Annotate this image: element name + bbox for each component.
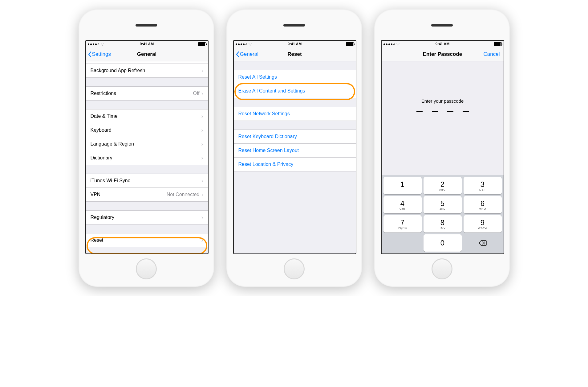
key-letters: TUV — [439, 226, 446, 229]
key-digit: 8 — [440, 218, 444, 227]
key-blank — [383, 234, 422, 252]
chevron-right-icon: › — [201, 155, 203, 161]
phone-general: 9:41 AM Settings General Storage & iClou… — [79, 9, 214, 287]
status-bar: 9:41 AM — [234, 41, 356, 47]
row-vpn[interactable]: VPNNot Connected› — [86, 188, 208, 201]
home-button[interactable] — [284, 258, 305, 279]
nav-bar: Settings General — [86, 47, 208, 61]
key-digit: 0 — [440, 239, 444, 247]
status-time: 9:41 AM — [288, 42, 302, 46]
back-button-general[interactable]: General — [236, 51, 258, 57]
passcode-dash — [432, 111, 438, 112]
row-language-region[interactable]: Language & Region› — [86, 137, 208, 151]
passcode-input — [416, 111, 469, 112]
key-letters: MNO — [479, 207, 486, 210]
row-restrictions[interactable]: Restrictions Off› — [86, 87, 208, 100]
row-label: Reset Keyboard Dictionary — [238, 134, 297, 139]
key-3[interactable]: 3DEF — [464, 177, 502, 194]
row-datetime[interactable]: Date & Time› — [86, 109, 208, 123]
row-dictionary[interactable]: Dictionary› — [86, 151, 208, 165]
key-letters: GHI — [399, 207, 405, 210]
row-reset-all[interactable]: Reset All Settings — [234, 70, 356, 84]
key-letters: WXYZ — [478, 226, 487, 229]
battery-icon — [346, 42, 354, 46]
reset-content: Reset All Settings Erase All Content and… — [234, 61, 356, 253]
row-bg-refresh[interactable]: Background App Refresh › — [86, 64, 208, 77]
back-label: General — [240, 51, 258, 57]
nav-bar: General Reset — [234, 47, 356, 61]
key-6[interactable]: 6MNO — [464, 196, 502, 213]
key-digit: 6 — [481, 199, 485, 208]
row-reset-keyboard[interactable]: Reset Keyboard Dictionary — [234, 130, 356, 144]
nav-title-general: General — [137, 51, 156, 57]
chevron-left-icon — [236, 51, 239, 57]
key-0[interactable]: 0 — [424, 234, 462, 252]
row-label: Keyboard — [91, 127, 112, 133]
screen-reset: 9:41 AM General Reset Reset All Settings… — [233, 40, 356, 254]
home-button[interactable] — [432, 258, 452, 279]
key-5[interactable]: 5JKL — [424, 196, 462, 213]
wifi-icon — [100, 43, 104, 46]
row-reset-network[interactable]: Reset Network Settings — [234, 107, 356, 121]
back-button-settings[interactable]: Settings — [88, 51, 111, 57]
chevron-right-icon: › — [201, 90, 203, 97]
row-reset-home[interactable]: Reset Home Screen Layout — [234, 144, 356, 158]
backspace-icon — [478, 240, 487, 246]
status-bar: 9:41 AM — [86, 41, 208, 47]
row-label: Reset Network Settings — [238, 111, 290, 117]
row-label: Reset All Settings — [238, 74, 277, 80]
status-time: 9:41 AM — [140, 42, 154, 46]
key-8[interactable]: 8TUV — [424, 215, 462, 233]
nav-title-reset: Reset — [287, 51, 302, 57]
row-label: Regulatory — [91, 215, 114, 220]
screen-general: 9:41 AM Settings General Storage & iClou… — [85, 40, 209, 254]
chevron-right-icon: › — [201, 237, 203, 244]
passcode-dash — [447, 111, 453, 112]
row-regulatory[interactable]: Regulatory› — [86, 211, 208, 224]
passcode-dash — [416, 111, 423, 112]
phone-speaker — [283, 24, 305, 27]
row-erase-all[interactable]: Erase All Content and Settings — [234, 84, 356, 98]
row-label: Erase All Content and Settings — [238, 88, 305, 94]
nav-title-passcode: Enter Passcode — [423, 51, 462, 57]
wifi-icon — [248, 43, 252, 46]
row-label: iTunes Wi-Fi Sync — [91, 178, 130, 183]
key-4[interactable]: 4GHI — [383, 196, 422, 213]
home-button[interactable] — [136, 258, 157, 279]
key-letters: PQRS — [398, 226, 407, 229]
row-label: Reset Location & Privacy — [238, 162, 294, 167]
key-digit: 1 — [400, 180, 404, 189]
nav-bar: Enter Passcode Cancel — [382, 47, 504, 61]
row-label: VPN — [91, 192, 101, 197]
key-digit: 9 — [481, 218, 485, 227]
chevron-right-icon: › — [201, 191, 203, 198]
row-label: Language & Region — [91, 141, 134, 147]
general-content: Storage & iCloud Usage › Background App … — [86, 61, 208, 253]
key-7[interactable]: 7PQRS — [383, 215, 422, 233]
key-1[interactable]: 1 — [383, 177, 422, 194]
phone-speaker — [136, 24, 157, 27]
phone-reset: 9:41 AM General Reset Reset All Settings… — [226, 9, 362, 287]
row-label: Date & Time — [91, 113, 118, 119]
key-digit: 5 — [440, 199, 444, 208]
row-storage[interactable]: Storage & iCloud Usage › — [86, 61, 208, 64]
key-digit: 3 — [481, 180, 485, 189]
passcode-dash — [463, 111, 469, 112]
chevron-left-icon — [88, 51, 91, 57]
key-letters: ABC — [439, 188, 446, 191]
cancel-button[interactable]: Cancel — [484, 51, 500, 57]
battery-icon — [198, 42, 206, 46]
row-itunes-sync[interactable]: iTunes Wi-Fi Sync› — [86, 174, 208, 188]
key-2[interactable]: 2ABC — [424, 177, 462, 194]
chevron-right-icon: › — [201, 178, 203, 184]
row-label: Reset Home Screen Layout — [238, 148, 299, 153]
chevron-right-icon: › — [201, 141, 203, 147]
key-letters: JKL — [440, 207, 445, 210]
key-9[interactable]: 9WXYZ — [464, 215, 502, 233]
row-reset-location[interactable]: Reset Location & Privacy — [234, 158, 356, 171]
row-label: Dictionary — [91, 155, 112, 161]
row-keyboard[interactable]: Keyboard› — [86, 123, 208, 137]
row-reset[interactable]: Reset› — [86, 233, 208, 247]
row-label: Background App Refresh — [91, 68, 145, 73]
key-backspace[interactable] — [464, 234, 502, 252]
